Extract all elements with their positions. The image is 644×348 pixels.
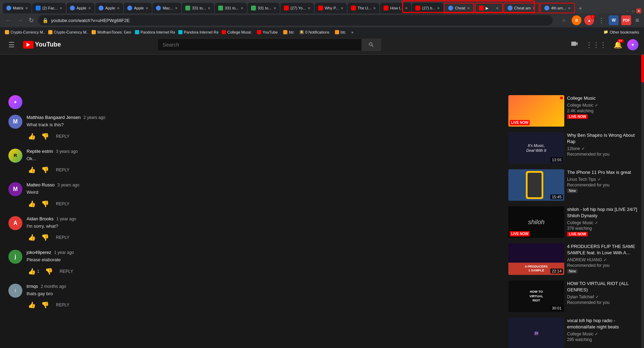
tab-maps3[interactable]: 331 to... ✕ <box>248 3 280 13</box>
tab-close[interactable]: ✕ <box>496 6 499 10</box>
notifications-button[interactable]: 🔔 9+ <box>611 38 624 51</box>
minimize-button[interactable]: − <box>625 8 630 13</box>
like-button[interactable]: 👍 <box>27 199 37 209</box>
tab-close[interactable]: ✕ <box>437 6 440 10</box>
bookmark-yt2[interactable]: YouTube <box>255 29 280 35</box>
tab-close[interactable]: ✕ <box>241 6 243 10</box>
tab-apple3[interactable]: Apple ✕ <box>124 3 152 13</box>
tab-close[interactable]: ✕ <box>88 6 91 10</box>
search-button[interactable] <box>362 38 381 51</box>
bookmark-more[interactable]: » <box>349 29 356 35</box>
reply-button[interactable]: REPLY <box>53 234 72 241</box>
like-button[interactable]: 👍 <box>27 300 37 310</box>
reply-button[interactable]: REPLY <box>53 133 72 140</box>
like-button[interactable]: 👍 1 <box>27 266 41 277</box>
tab-close[interactable]: ✕ <box>341 6 343 10</box>
new-tab-button[interactable]: + <box>575 3 585 13</box>
apps-button[interactable]: ⋮⋮⋮ <box>584 38 609 51</box>
tab-close[interactable]: ✕ <box>273 6 276 10</box>
tab-4th[interactable]: 4th am... ✕ <box>540 3 575 13</box>
extension-alert[interactable]: ▲ ! <box>584 15 594 25</box>
tab-yt5[interactable]: (27) b... ✕ <box>412 3 443 13</box>
dislike-button[interactable]: 👎 <box>40 232 50 243</box>
tab-close[interactable]: ✕ <box>467 6 470 10</box>
maximize-button[interactable]: □ <box>631 8 636 13</box>
search-input[interactable] <box>157 38 362 51</box>
reply-button[interactable]: REPLY <box>53 301 72 309</box>
tab-close[interactable]: ✕ <box>117 6 120 10</box>
sidebar-video-item[interactable]: HOW TOVIRTUALRIOT 30:01 HOW TO VIRTUAL R… <box>504 278 644 315</box>
channel-name: College Music ✓ <box>567 332 640 336</box>
like-button[interactable]: 👍 <box>27 131 37 142</box>
extensions-menu-button[interactable]: ⋮ <box>597 15 606 26</box>
reload-button[interactable]: ↻ <box>27 15 35 26</box>
bookmark-btc2[interactable]: btc <box>333 29 348 35</box>
bookmark-pandora2[interactable]: Pandora Internet Ra... <box>176 29 218 35</box>
sidebar-video-item[interactable]: LIVE NOW College Music College Music ✓ 2… <box>504 92 644 129</box>
forward-button[interactable]: → <box>15 15 24 26</box>
tab-cheat1[interactable]: Cheat ✕ <box>444 3 474 13</box>
bookmark-yt1[interactable]: College Music <box>220 29 253 35</box>
sidebar-video-item[interactable]: 15:45 The iPhone 11 Pro Max is great Lin… <box>504 166 644 204</box>
like-button[interactable]: 👍 <box>27 232 37 243</box>
tab-yt-active[interactable]: ▶ ✕ <box>475 3 503 13</box>
tab-yt3[interactable]: The U... ✕ <box>348 3 379 13</box>
bookmark-other[interactable]: 📁 Other bookmarks <box>601 29 641 35</box>
dislike-button[interactable]: 👎 <box>44 266 54 277</box>
sidebar-video-item[interactable]: shiloh LIVE NOW shiloh - lofi hip hop mi… <box>504 204 644 241</box>
back-button[interactable]: ← <box>3 15 13 26</box>
tab-yt4[interactable]: How t... ✕ <box>380 3 411 13</box>
bookmark-pandora1[interactable]: Pandora Internet Ra... <box>133 29 175 35</box>
bookmark-btn[interactable]: ☆ <box>559 15 569 25</box>
tab-cheat2[interactable]: Cheat am ✕ <box>503 3 540 13</box>
upload-button[interactable] <box>568 37 581 52</box>
tab-yt2[interactable]: Why P... ✕ <box>315 3 347 13</box>
bookmark-crypto2[interactable]: Crypto-Currency M... <box>46 29 88 35</box>
menu-icon[interactable]: ☰ <box>6 38 17 52</box>
bookmark-wolfram[interactable]: WolframTones: Gen... <box>90 29 131 35</box>
tab-matrix[interactable]: Matrix ✕ <box>3 3 31 13</box>
pdf-extension[interactable]: PDF <box>621 15 631 25</box>
reply-button[interactable]: REPLY <box>53 166 72 174</box>
tab-maps2[interactable]: 331 to... ✕ <box>215 3 247 13</box>
tab-mac[interactable]: Mac... ✕ <box>152 3 181 13</box>
tab-close[interactable]: ✕ <box>25 6 28 10</box>
tab-close[interactable]: ✕ <box>405 6 408 10</box>
youtube-logo[interactable]: YouTube <box>23 41 61 49</box>
tab-close[interactable]: ✕ <box>145 6 148 10</box>
dislike-button[interactable]: 👎 <box>40 199 50 209</box>
dislike-button[interactable]: 👎 <box>40 300 50 310</box>
bookmark-btc1[interactable]: btc <box>281 29 296 35</box>
tab-close[interactable]: ✕ <box>308 6 310 10</box>
tab-close[interactable]: ✕ <box>568 6 571 10</box>
tab-favicon <box>251 6 256 10</box>
like-button[interactable]: 👍 <box>27 165 37 175</box>
tab-apple1[interactable]: Apple ✕ <box>66 3 94 13</box>
more-menu-button[interactable]: ≡ <box>634 15 641 26</box>
sidebar-video-item[interactable]: It's Music,Deal With It 13:55 Why Ben Sh… <box>504 129 644 166</box>
tab-maps1[interactable]: 331 to... ✕ <box>182 3 214 13</box>
dislike-button[interactable]: 👎 <box>40 131 50 142</box>
tab-close[interactable]: ✕ <box>373 6 376 10</box>
reply-button[interactable]: REPLY <box>53 200 72 208</box>
scrollbar-thumb[interactable] <box>641 55 644 83</box>
tab-yt1[interactable]: (27) Yo... ✕ <box>280 3 314 13</box>
extension-brave[interactable]: B <box>572 15 581 25</box>
word-extension[interactable]: W <box>609 15 618 25</box>
tab-close[interactable]: ✕ <box>208 6 210 10</box>
tab-close[interactable]: ✕ <box>59 6 62 10</box>
user-avatar[interactable]: ✦ <box>627 39 638 50</box>
dislike-button[interactable]: 👎 <box>40 165 50 175</box>
reply-button[interactable]: REPLY <box>57 268 76 275</box>
address-bar[interactable]: 🔒 youtube.com/watch?v=uHEPWg68F2E <box>38 15 553 26</box>
bookmark-crypto1[interactable]: Crypto-Currency M... <box>3 29 45 35</box>
tab-close[interactable]: ✕ <box>175 6 178 10</box>
tab-apple2[interactable]: Apple ✕ <box>95 3 123 13</box>
tab-fb[interactable]: (2) Fac... ✕ <box>32 3 66 13</box>
close-button[interactable]: ✕ <box>636 8 641 13</box>
bookmark-btc-icon <box>283 30 287 34</box>
bookmark-notifications[interactable]: 🔔 0 Notifications <box>298 29 331 35</box>
tab-close[interactable]: ✕ <box>532 6 535 10</box>
sidebar-video-item[interactable]: 4 PRODUCERS1 SAMPLE 22:14 4 PRODUCERS FL… <box>504 241 644 278</box>
sidebar-video-item[interactable]: 🌆 vocal lofi hip hop radio - emotional/l… <box>504 315 644 348</box>
